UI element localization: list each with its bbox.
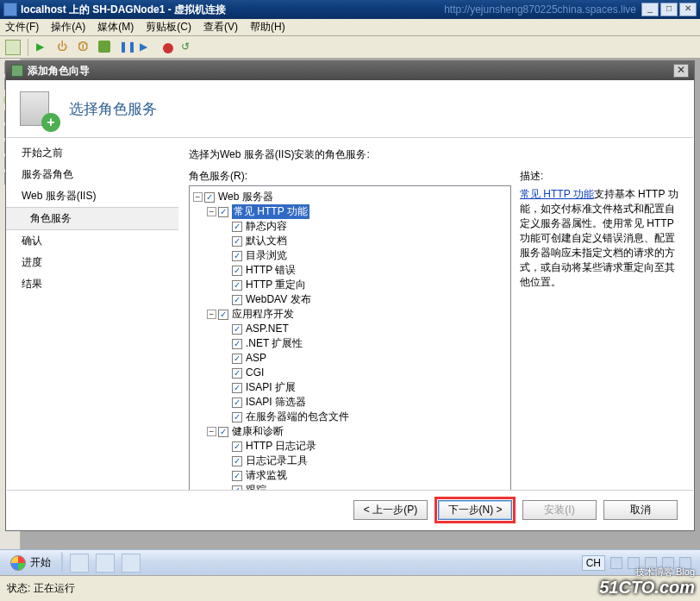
revert-icon[interactable]: ↺	[180, 40, 196, 55]
node-health[interactable]: 健康和诊断	[232, 424, 284, 439]
checkbox[interactable]	[232, 222, 242, 232]
language-indicator[interactable]: CH	[582, 555, 605, 571]
turnoff-icon[interactable]: ⏻	[56, 40, 72, 55]
vm-title-bar: localhost 上的 SH-DAGNode1 - 虚拟机连接 http://…	[0, 0, 700, 19]
minimize-button[interactable]: _	[641, 3, 659, 16]
next-button[interactable]: 下一步(N) >	[438, 500, 512, 520]
node-isapiext[interactable]: ISAPI 扩展	[246, 380, 296, 395]
vm-status-bar: 状态: 正在运行	[0, 575, 700, 601]
wizard-close-button[interactable]: ✕	[673, 64, 689, 78]
wizard-title: 添加角色向导	[28, 64, 673, 78]
pause-icon[interactable]: ❚❚	[118, 40, 134, 55]
node-netext[interactable]: .NET 扩展性	[246, 336, 303, 351]
description-link[interactable]: 常见 HTTP 功能	[520, 188, 594, 200]
role-services-tree[interactable]: −Web 服务器 −常见 HTTP 功能 静态内容 默认文档 目录浏览 HTTP…	[189, 185, 511, 504]
tray-icon-1[interactable]	[610, 557, 622, 569]
cancel-button[interactable]: 取消	[603, 500, 678, 520]
menu-media[interactable]: 媒体(M)	[97, 20, 134, 34]
checkbox[interactable]	[218, 207, 228, 217]
tray-icon-3[interactable]	[645, 557, 657, 569]
node-web[interactable]: Web 服务器	[218, 190, 273, 204]
close-button[interactable]: ✕	[679, 3, 697, 16]
taskbar-app-3[interactable]	[122, 554, 141, 573]
checkbox[interactable]	[232, 280, 242, 291]
node-isapiflt[interactable]: ISAPI 筛选器	[246, 395, 306, 410]
checkbox[interactable]	[232, 339, 242, 349]
checkbox[interactable]	[232, 295, 242, 305]
node-httpredir[interactable]: HTTP 重定向	[246, 278, 306, 292]
snapshot-icon[interactable]	[159, 40, 175, 55]
expander-icon[interactable]: −	[193, 192, 203, 202]
checkbox[interactable]	[232, 441, 242, 452]
nav-role-services[interactable]: 角色服务	[6, 207, 178, 230]
checkbox[interactable]	[232, 266, 242, 276]
prompt-text: 选择为Web 服务器(IIS)安装的角色服务:	[189, 147, 684, 162]
menu-file[interactable]: 文件(F)	[5, 20, 39, 34]
expander-icon[interactable]: −	[207, 207, 216, 216]
checkbox[interactable]	[232, 354, 242, 364]
checkbox[interactable]	[232, 456, 242, 466]
node-cgi[interactable]: CGI	[246, 366, 264, 380]
start-button[interactable]: 开始	[0, 552, 62, 574]
node-dirbrowse[interactable]: 目录浏览	[246, 248, 287, 263]
window-title: localhost 上的 SH-DAGNode1 - 虚拟机连接	[21, 3, 444, 17]
save-icon[interactable]	[97, 40, 113, 55]
ctrl-alt-del-icon[interactable]	[5, 40, 21, 55]
wizard-heading: 选择角色服务	[69, 99, 157, 119]
vm-toolbar: ▶ ⏻ ⏼ ❚❚ ▶ ↺	[0, 36, 700, 59]
checkbox[interactable]	[232, 251, 242, 261]
menu-view[interactable]: 查看(V)	[203, 20, 238, 34]
nav-before[interactable]: 开始之前	[6, 142, 178, 164]
nav-result[interactable]: 结果	[6, 273, 178, 295]
expander-icon[interactable]: −	[207, 310, 216, 319]
checkbox[interactable]	[232, 471, 242, 481]
add-roles-wizard: 添加角色向导 ✕ + 选择角色服务 开始之前 服务器角色 Web 服务器(IIS…	[5, 60, 695, 531]
ghost-url: http://yejunsheng870225china.spaces.live	[444, 3, 636, 16]
node-ssi[interactable]: 在服务器端的包含文件	[246, 410, 349, 424]
taskbar-app-2[interactable]	[96, 554, 115, 573]
checkbox[interactable]	[218, 310, 228, 320]
nav-web[interactable]: Web 服务器(IIS)	[6, 185, 178, 207]
node-static[interactable]: 静态内容	[246, 219, 287, 234]
checkbox[interactable]	[232, 398, 242, 408]
tray-icon-4[interactable]	[662, 557, 674, 569]
checkbox[interactable]	[232, 412, 242, 423]
checkbox[interactable]	[232, 236, 242, 247]
prev-button[interactable]: < 上一步(P)	[353, 500, 428, 520]
checkbox[interactable]	[232, 383, 242, 393]
highlight-box: 下一步(N) >	[434, 497, 516, 523]
node-http[interactable]: 常见 HTTP 功能	[232, 204, 309, 219]
wizard-nav: 开始之前 服务器角色 Web 服务器(IIS) 角色服务 确认 进度 结果	[6, 80, 178, 530]
node-reqmon[interactable]: 请求监视	[246, 468, 287, 483]
node-asp[interactable]: ASP	[246, 351, 266, 366]
expander-icon[interactable]: −	[207, 427, 216, 436]
shutdown-icon[interactable]: ⏼	[77, 40, 92, 55]
node-logtools[interactable]: 日志记录工具	[246, 454, 308, 468]
node-httplog[interactable]: HTTP 日志记录	[246, 439, 316, 454]
checkbox[interactable]	[232, 368, 242, 379]
tray-icon-5[interactable]	[679, 557, 691, 569]
menu-clipboard[interactable]: 剪贴板(C)	[146, 20, 191, 34]
nav-roles[interactable]: 服务器角色	[6, 164, 178, 185]
description-body: 支持基本 HTTP 功能，如交付标准文件格式和配置自定义服务器属性。使用常见 H…	[520, 188, 678, 288]
menu-help[interactable]: 帮助(H)	[250, 20, 285, 34]
tray-icon-2[interactable]	[628, 557, 640, 569]
taskbar-app-1[interactable]	[70, 554, 89, 573]
node-webdav[interactable]: WebDAV 发布	[246, 292, 311, 307]
start-icon[interactable]: ▶	[35, 40, 51, 55]
reset-icon[interactable]: ▶	[139, 40, 154, 55]
menu-action[interactable]: 操作(A)	[51, 20, 85, 34]
nav-progress[interactable]: 进度	[6, 252, 178, 273]
node-httperr[interactable]: HTTP 错误	[246, 263, 296, 278]
node-appdev[interactable]: 应用程序开发	[232, 307, 294, 322]
node-defaultdoc[interactable]: 默认文档	[246, 234, 287, 248]
checkbox[interactable]	[218, 427, 228, 437]
nav-confirm[interactable]: 确认	[6, 230, 178, 252]
checkbox[interactable]	[232, 324, 242, 335]
start-label: 开始	[30, 555, 51, 570]
maximize-button[interactable]: □	[660, 3, 678, 16]
app-icon	[3, 3, 17, 16]
taskbar: 开始 CH	[0, 549, 700, 575]
checkbox[interactable]	[204, 192, 215, 203]
node-aspnet[interactable]: ASP.NET	[246, 322, 289, 336]
